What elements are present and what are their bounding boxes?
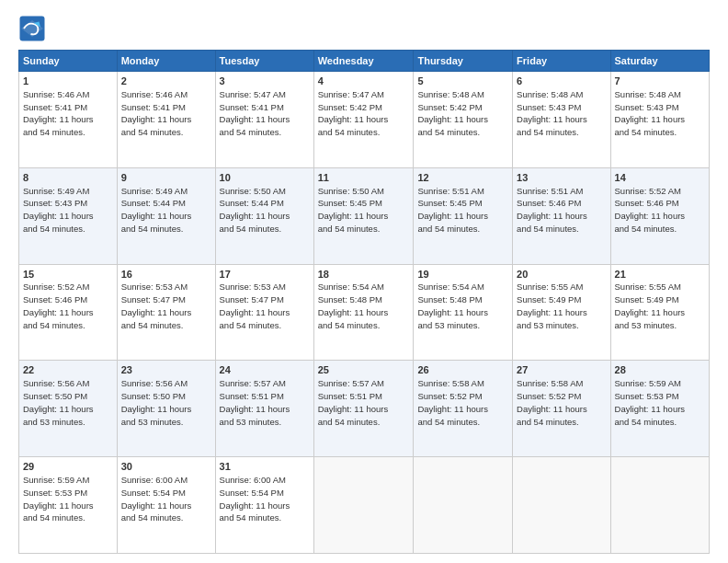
day-of-week-header: Wednesday <box>313 51 414 72</box>
day-info: Sunrise: 5:59 AM Sunset: 5:53 PM Dayligh… <box>615 378 686 426</box>
day-info: Sunrise: 5:46 AM Sunset: 5:41 PM Dayligh… <box>23 89 94 137</box>
day-number: 19 <box>417 268 508 282</box>
day-info: Sunrise: 5:56 AM Sunset: 5:50 PM Dayligh… <box>23 378 94 426</box>
calendar-week-row: 8Sunrise: 5:49 AM Sunset: 5:43 PM Daylig… <box>19 167 710 264</box>
day-number: 16 <box>121 268 211 282</box>
day-info: Sunrise: 5:53 AM Sunset: 5:47 PM Dayligh… <box>121 282 192 329</box>
calendar-week-row: 22Sunrise: 5:56 AM Sunset: 5:50 PM Dayli… <box>19 361 710 457</box>
day-info: Sunrise: 5:59 AM Sunset: 5:53 PM Dayligh… <box>23 475 94 523</box>
day-number: 6 <box>517 75 606 88</box>
calendar-day-cell: 4Sunrise: 5:47 AM Sunset: 5:42 PM Daylig… <box>313 72 414 168</box>
calendar-day-cell: 15Sunrise: 5:52 AM Sunset: 5:46 PM Dayli… <box>19 264 118 361</box>
calendar-week-row: 15Sunrise: 5:52 AM Sunset: 5:46 PM Dayli… <box>19 264 710 361</box>
calendar-day-cell <box>610 457 709 554</box>
calendar-day-cell: 11Sunrise: 5:50 AM Sunset: 5:45 PM Dayli… <box>313 167 414 264</box>
day-info: Sunrise: 5:58 AM Sunset: 5:52 PM Dayligh… <box>517 378 587 426</box>
day-info: Sunrise: 5:55 AM Sunset: 5:49 PM Dayligh… <box>615 282 686 329</box>
calendar-day-cell: 14Sunrise: 5:52 AM Sunset: 5:46 PM Dayli… <box>610 167 709 264</box>
day-number: 3 <box>220 75 310 88</box>
calendar-day-cell: 29Sunrise: 5:59 AM Sunset: 5:53 PM Dayli… <box>19 457 118 554</box>
day-info: Sunrise: 5:54 AM Sunset: 5:48 PM Dayligh… <box>417 282 488 329</box>
day-info: Sunrise: 5:52 AM Sunset: 5:46 PM Dayligh… <box>615 186 686 234</box>
day-number: 31 <box>220 460 310 474</box>
calendar-day-cell: 22Sunrise: 5:56 AM Sunset: 5:50 PM Dayli… <box>19 361 118 457</box>
day-number: 10 <box>220 171 310 185</box>
day-number: 22 <box>23 363 113 377</box>
calendar-table: SundayMondayTuesdayWednesdayThursdayFrid… <box>18 50 710 554</box>
calendar-day-cell: 30Sunrise: 6:00 AM Sunset: 5:54 PM Dayli… <box>117 457 215 554</box>
day-info: Sunrise: 5:50 AM Sunset: 5:44 PM Dayligh… <box>220 186 290 234</box>
day-number: 5 <box>417 75 508 88</box>
day-number: 27 <box>517 363 606 377</box>
calendar-day-cell: 21Sunrise: 5:55 AM Sunset: 5:49 PM Dayli… <box>610 264 709 361</box>
day-info: Sunrise: 5:48 AM Sunset: 5:43 PM Dayligh… <box>615 89 686 137</box>
day-of-week-header: Monday <box>117 51 215 72</box>
calendar-day-cell: 23Sunrise: 5:56 AM Sunset: 5:50 PM Dayli… <box>117 361 215 457</box>
day-number: 30 <box>121 460 211 474</box>
day-info: Sunrise: 5:58 AM Sunset: 5:52 PM Dayligh… <box>417 378 488 426</box>
day-info: Sunrise: 5:53 AM Sunset: 5:47 PM Dayligh… <box>220 282 290 329</box>
day-number: 9 <box>121 171 211 185</box>
day-number: 29 <box>23 460 113 474</box>
day-info: Sunrise: 5:46 AM Sunset: 5:41 PM Dayligh… <box>121 89 192 137</box>
logo <box>18 15 50 42</box>
day-number: 26 <box>417 363 508 377</box>
calendar-day-cell: 7Sunrise: 5:48 AM Sunset: 5:43 PM Daylig… <box>610 72 709 168</box>
calendar-day-cell: 8Sunrise: 5:49 AM Sunset: 5:43 PM Daylig… <box>19 167 118 264</box>
day-info: Sunrise: 5:51 AM Sunset: 5:46 PM Dayligh… <box>517 186 587 234</box>
day-of-week-header: Friday <box>513 51 610 72</box>
page: SundayMondayTuesdayWednesdayThursdayFrid… <box>0 0 728 563</box>
day-number: 25 <box>318 363 410 377</box>
calendar-week-row: 1Sunrise: 5:46 AM Sunset: 5:41 PM Daylig… <box>19 72 710 168</box>
day-info: Sunrise: 5:57 AM Sunset: 5:51 PM Dayligh… <box>220 378 290 426</box>
day-info: Sunrise: 5:52 AM Sunset: 5:46 PM Dayligh… <box>23 282 94 329</box>
day-of-week-header: Sunday <box>19 51 118 72</box>
calendar-day-cell: 6Sunrise: 5:48 AM Sunset: 5:43 PM Daylig… <box>513 72 610 168</box>
day-of-week-header: Saturday <box>610 51 709 72</box>
calendar-day-cell <box>414 457 513 554</box>
day-number: 7 <box>615 75 705 88</box>
day-number: 15 <box>23 268 113 282</box>
day-info: Sunrise: 6:00 AM Sunset: 5:54 PM Dayligh… <box>121 475 192 523</box>
calendar-day-cell: 12Sunrise: 5:51 AM Sunset: 5:45 PM Dayli… <box>414 167 513 264</box>
calendar-day-cell: 20Sunrise: 5:55 AM Sunset: 5:49 PM Dayli… <box>513 264 610 361</box>
day-number: 18 <box>318 268 410 282</box>
day-of-week-row: SundayMondayTuesdayWednesdayThursdayFrid… <box>19 51 710 72</box>
day-info: Sunrise: 5:49 AM Sunset: 5:44 PM Dayligh… <box>121 186 192 234</box>
day-info: Sunrise: 5:48 AM Sunset: 5:43 PM Dayligh… <box>517 89 587 137</box>
day-number: 23 <box>121 363 211 377</box>
calendar-day-cell: 28Sunrise: 5:59 AM Sunset: 5:53 PM Dayli… <box>610 361 709 457</box>
calendar-day-cell: 9Sunrise: 5:49 AM Sunset: 5:44 PM Daylig… <box>117 167 215 264</box>
day-number: 21 <box>615 268 705 282</box>
day-number: 2 <box>121 75 211 88</box>
calendar-day-cell: 10Sunrise: 5:50 AM Sunset: 5:44 PM Dayli… <box>215 167 313 264</box>
calendar-day-cell <box>513 457 610 554</box>
day-of-week-header: Thursday <box>414 51 513 72</box>
calendar-day-cell: 31Sunrise: 6:00 AM Sunset: 5:54 PM Dayli… <box>215 457 313 554</box>
day-number: 24 <box>220 363 310 377</box>
day-info: Sunrise: 5:49 AM Sunset: 5:43 PM Dayligh… <box>23 186 94 234</box>
calendar-day-cell: 24Sunrise: 5:57 AM Sunset: 5:51 PM Dayli… <box>215 361 313 457</box>
calendar-body: 1Sunrise: 5:46 AM Sunset: 5:41 PM Daylig… <box>19 72 710 554</box>
day-info: Sunrise: 5:47 AM Sunset: 5:41 PM Dayligh… <box>220 89 290 137</box>
day-number: 28 <box>615 363 705 377</box>
calendar-day-cell: 13Sunrise: 5:51 AM Sunset: 5:46 PM Dayli… <box>513 167 610 264</box>
day-number: 1 <box>23 75 113 88</box>
calendar-day-cell <box>313 457 414 554</box>
calendar-day-cell: 19Sunrise: 5:54 AM Sunset: 5:48 PM Dayli… <box>414 264 513 361</box>
day-number: 8 <box>23 171 113 185</box>
calendar-day-cell: 26Sunrise: 5:58 AM Sunset: 5:52 PM Dayli… <box>414 361 513 457</box>
calendar-day-cell: 3Sunrise: 5:47 AM Sunset: 5:41 PM Daylig… <box>215 72 313 168</box>
day-info: Sunrise: 5:51 AM Sunset: 5:45 PM Dayligh… <box>417 186 488 234</box>
day-info: Sunrise: 5:57 AM Sunset: 5:51 PM Dayligh… <box>318 378 389 426</box>
day-number: 12 <box>417 171 508 185</box>
calendar-day-cell: 27Sunrise: 5:58 AM Sunset: 5:52 PM Dayli… <box>513 361 610 457</box>
day-info: Sunrise: 5:47 AM Sunset: 5:42 PM Dayligh… <box>318 89 389 137</box>
calendar-day-cell: 2Sunrise: 5:46 AM Sunset: 5:41 PM Daylig… <box>117 72 215 168</box>
day-info: Sunrise: 6:00 AM Sunset: 5:54 PM Dayligh… <box>220 475 290 523</box>
calendar-week-row: 29Sunrise: 5:59 AM Sunset: 5:53 PM Dayli… <box>19 457 710 554</box>
day-number: 20 <box>517 268 606 282</box>
logo-icon <box>18 15 46 42</box>
day-number: 17 <box>220 268 310 282</box>
calendar-day-cell: 5Sunrise: 5:48 AM Sunset: 5:42 PM Daylig… <box>414 72 513 168</box>
